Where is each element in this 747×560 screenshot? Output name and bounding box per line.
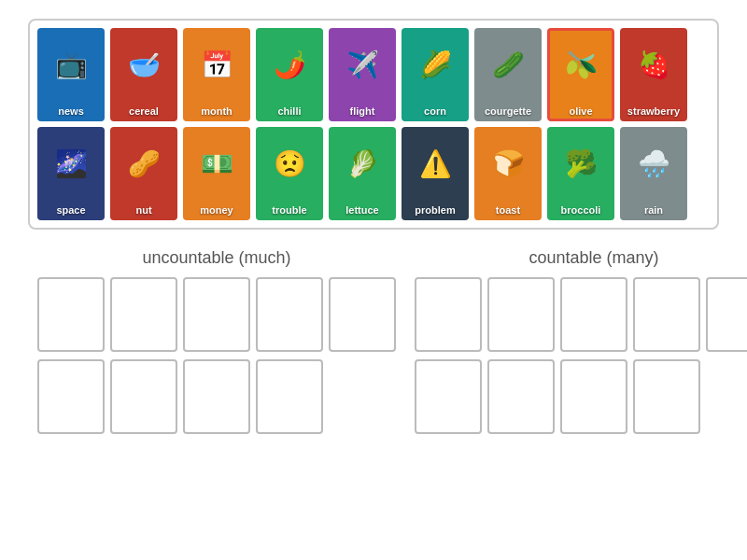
countable-rows bbox=[415, 277, 747, 434]
card-flight[interactable]: ✈️ flight bbox=[329, 28, 396, 121]
card-label-money: money bbox=[186, 203, 247, 217]
card-corn[interactable]: 🌽 corn bbox=[402, 28, 469, 121]
dropzone-cell[interactable] bbox=[487, 359, 555, 434]
dropzone-cell[interactable] bbox=[110, 359, 177, 434]
card-image-nut: 🥜 bbox=[113, 130, 175, 197]
dropzone-cell[interactable] bbox=[415, 359, 482, 434]
card-image-chilli: 🌶️ bbox=[259, 31, 320, 98]
card-label-nut: nut bbox=[113, 203, 175, 217]
card-label-chilli: chilli bbox=[259, 104, 320, 119]
card-chilli[interactable]: 🌶️ chilli bbox=[256, 28, 323, 121]
card-lettuce[interactable]: 🥬 lettuce bbox=[329, 127, 396, 220]
card-label-month: month bbox=[186, 104, 247, 119]
card-image-rain: 🌧️ bbox=[623, 130, 684, 197]
cards-row-2: 🌌 space 🥜 nut 💵 money 😟 trouble 🥬 lettuc… bbox=[37, 127, 710, 220]
card-image-news: 📺 bbox=[40, 31, 102, 98]
countable-title: countable (many) bbox=[415, 248, 747, 268]
card-news[interactable]: 📺 news bbox=[37, 28, 105, 121]
card-nut[interactable]: 🥜 nut bbox=[110, 127, 177, 220]
card-image-corn: 🌽 bbox=[404, 31, 466, 98]
card-image-broccoli: 🥦 bbox=[550, 130, 612, 197]
dropzone-cell[interactable] bbox=[633, 277, 700, 352]
card-courgette[interactable]: 🥒 courgette bbox=[474, 28, 542, 121]
dropzone-cell[interactable] bbox=[329, 277, 396, 352]
card-image-month: 📅 bbox=[186, 31, 247, 98]
card-label-flight: flight bbox=[331, 104, 393, 119]
card-image-problem: ⚠️ bbox=[404, 130, 466, 197]
dropzone-cell[interactable] bbox=[487, 277, 555, 352]
card-olive[interactable]: 🫒 olive bbox=[547, 28, 614, 121]
cards-container: 📺 news 🥣 cereal 📅 month 🌶️ chilli ✈️ fli… bbox=[28, 19, 719, 230]
card-label-broccoli: broccoli bbox=[550, 203, 612, 217]
card-label-rain: rain bbox=[623, 203, 684, 217]
card-image-space: 🌌 bbox=[40, 130, 102, 197]
dropzone-cell[interactable] bbox=[706, 277, 747, 352]
dropzones-section: uncountable (much) countable (many) bbox=[28, 248, 719, 434]
dropzone-cell[interactable] bbox=[256, 277, 323, 352]
card-image-trouble: 😟 bbox=[259, 130, 320, 197]
dropzone-cell[interactable] bbox=[256, 359, 323, 434]
uncountable-rows bbox=[37, 277, 396, 434]
card-image-flight: ✈️ bbox=[331, 31, 393, 98]
card-label-news: news bbox=[40, 104, 102, 119]
card-cereal[interactable]: 🥣 cereal bbox=[110, 28, 177, 121]
countable-group: countable (many) bbox=[415, 248, 747, 434]
card-label-cereal: cereal bbox=[113, 104, 175, 119]
dropzone-cell[interactable] bbox=[415, 277, 482, 352]
card-label-strawberry: strawberry bbox=[623, 104, 684, 119]
card-label-problem: problem bbox=[404, 203, 466, 217]
card-rain[interactable]: 🌧️ rain bbox=[620, 127, 687, 220]
dropzone-cell[interactable] bbox=[37, 277, 105, 352]
card-image-olive: 🫒 bbox=[550, 31, 612, 98]
dropzone-cell[interactable] bbox=[633, 359, 700, 434]
cards-row-1: 📺 news 🥣 cereal 📅 month 🌶️ chilli ✈️ fli… bbox=[37, 28, 710, 121]
card-problem[interactable]: ⚠️ problem bbox=[402, 127, 469, 220]
uncountable-title: uncountable (much) bbox=[37, 248, 396, 268]
card-image-toast: 🍞 bbox=[477, 130, 539, 197]
dropzone-cell[interactable] bbox=[37, 359, 105, 434]
card-label-olive: olive bbox=[550, 104, 612, 119]
card-toast[interactable]: 🍞 toast bbox=[474, 127, 542, 220]
card-image-strawberry: 🍓 bbox=[623, 31, 684, 98]
card-trouble[interactable]: 😟 trouble bbox=[256, 127, 323, 220]
card-label-corn: corn bbox=[404, 104, 466, 119]
card-money[interactable]: 💵 money bbox=[183, 127, 250, 220]
card-strawberry[interactable]: 🍓 strawberry bbox=[620, 28, 687, 121]
card-month[interactable]: 📅 month bbox=[183, 28, 250, 121]
card-image-money: 💵 bbox=[186, 130, 247, 197]
countable-row2 bbox=[415, 359, 747, 434]
uncountable-row2 bbox=[37, 359, 396, 434]
uncountable-row1 bbox=[37, 277, 396, 352]
card-label-courgette: courgette bbox=[477, 104, 539, 119]
card-label-toast: toast bbox=[477, 203, 539, 217]
card-label-trouble: trouble bbox=[259, 203, 320, 217]
dropzone-cell[interactable] bbox=[110, 277, 177, 352]
card-label-lettuce: lettuce bbox=[331, 203, 393, 217]
card-label-space: space bbox=[40, 203, 102, 217]
uncountable-group: uncountable (much) bbox=[37, 248, 396, 434]
dropzone-cell[interactable] bbox=[560, 359, 627, 434]
dropzone-cell[interactable] bbox=[183, 359, 250, 434]
card-image-lettuce: 🥬 bbox=[331, 130, 393, 197]
card-image-courgette: 🥒 bbox=[477, 31, 539, 98]
main-container: 📺 news 🥣 cereal 📅 month 🌶️ chilli ✈️ fli… bbox=[0, 0, 747, 453]
card-space[interactable]: 🌌 space bbox=[37, 127, 105, 220]
dropzone-cell[interactable] bbox=[183, 277, 250, 352]
card-broccoli[interactable]: 🥦 broccoli bbox=[547, 127, 614, 220]
card-image-cereal: 🥣 bbox=[113, 31, 175, 98]
dropzone-cell[interactable] bbox=[560, 277, 627, 352]
countable-row1 bbox=[415, 277, 747, 352]
